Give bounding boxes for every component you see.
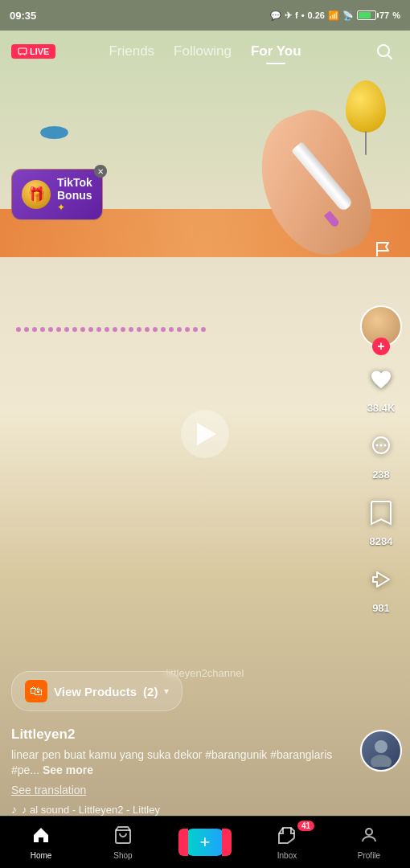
bookmark-count: 8284	[370, 535, 393, 547]
content-description: linear pen buat kamu yang suka dekor #ba…	[11, 747, 346, 779]
balloon-string	[365, 131, 367, 155]
cart-icon: 🛍	[25, 680, 47, 702]
svg-point-10	[371, 755, 392, 767]
svg-point-9	[375, 740, 387, 753]
tab-following[interactable]: Following	[174, 43, 232, 59]
live-badge[interactable]: LIVE	[11, 44, 55, 59]
status-time: 09:35	[10, 10, 36, 22]
second-avatar	[360, 730, 402, 772]
shop-icon	[113, 825, 133, 850]
follow-button[interactable]: +	[372, 338, 390, 355]
profile-icon	[359, 825, 379, 850]
plus-icon: +	[200, 832, 211, 853]
share-action[interactable]: 981	[362, 560, 400, 614]
balloon-drawing	[346, 80, 386, 133]
tab-for-you[interactable]: For You	[251, 43, 301, 59]
create-button[interactable]: +	[185, 829, 225, 856]
comment-count: 238	[372, 469, 390, 481]
bottom-navigation: Home Shop + 41 Inbox	[0, 816, 410, 868]
like-count: 38.4K	[367, 402, 396, 414]
flag-icon	[373, 240, 392, 259]
share-icon	[362, 560, 400, 599]
tv-icon	[18, 47, 27, 56]
battery-icon	[357, 10, 376, 20]
bonus-gift-icon: 🎁	[22, 180, 51, 209]
bird-drawing	[40, 125, 68, 141]
svg-line-4	[388, 55, 392, 59]
status-icons: 💬 ✈ f • 0.26 📶 📡 77 %	[270, 10, 400, 21]
bonus-text-area: TikTok Bonus ✦	[57, 176, 92, 213]
search-button[interactable]	[370, 37, 399, 66]
home-icon	[31, 825, 51, 850]
tiktok-bonus-banner[interactable]: ✕ 🎁 TikTok Bonus ✦	[11, 169, 103, 220]
battery-percent: 77	[379, 10, 389, 20]
svg-point-8	[384, 444, 387, 447]
search-icon	[375, 42, 394, 61]
facebook-icon: f	[295, 10, 298, 20]
status-time-area: 09:35	[10, 10, 36, 22]
profile-label: Profile	[358, 851, 380, 860]
view-products-button[interactable]: 🛍 View Products (2) ▾	[11, 671, 182, 711]
svg-point-6	[376, 444, 379, 447]
battery-unit: %	[392, 10, 400, 20]
bookmark-icon	[362, 493, 400, 532]
nav-inbox[interactable]: 41 Inbox	[263, 825, 311, 860]
nav-home[interactable]: Home	[17, 825, 65, 860]
nav-shop[interactable]: Shop	[99, 825, 147, 860]
play-triangle-icon	[197, 423, 216, 445]
view-products-count: (2)	[143, 685, 158, 698]
comment-action[interactable]: 238	[362, 427, 400, 481]
signal-icon: 📶	[328, 10, 339, 21]
second-avatar-container[interactable]	[360, 730, 402, 772]
svg-point-12	[366, 829, 372, 835]
sound-text: ♪ al sound - Littleyen2 - Littley	[22, 804, 160, 816]
flag-button[interactable]	[367, 233, 399, 265]
bonus-label: TikTok Bonus	[57, 176, 92, 202]
second-avatar-silhouette	[365, 735, 397, 767]
data-icon: 0.26	[308, 10, 325, 20]
telegram-icon: ✈	[285, 10, 292, 21]
nav-create[interactable]: +	[181, 829, 229, 856]
bonus-star: ✦	[57, 202, 92, 213]
inbox-badge: 41	[297, 821, 314, 831]
dot-icon: •	[301, 10, 305, 20]
home-label: Home	[31, 851, 52, 860]
inbox-icon	[277, 825, 297, 850]
comment-icon	[362, 427, 400, 465]
nav-profile[interactable]: Profile	[345, 825, 393, 860]
play-button[interactable]	[181, 410, 229, 458]
like-action[interactable]: 38.4K	[362, 360, 400, 414]
chevron-down-icon: ▾	[164, 686, 169, 697]
svg-rect-0	[18, 48, 27, 54]
heart-icon	[362, 360, 400, 399]
view-products-label: View Products	[54, 685, 137, 698]
inbox-label: Inbox	[277, 851, 297, 860]
see-translation-button[interactable]: See translation	[11, 784, 346, 796]
shop-label: Shop	[113, 851, 132, 860]
video-content-info: Littleyen2 linear pen buat kamu yang suk…	[11, 727, 346, 816]
creator-avatar-container: +	[360, 305, 402, 347]
share-count: 981	[372, 602, 390, 614]
status-bar: 09:35 💬 ✈ f • 0.26 📶 📡 77 %	[0, 0, 410, 31]
music-note-icon: ♪	[11, 803, 17, 816]
nav-tabs: Friends Following For You	[109, 43, 301, 59]
top-navigation: LIVE Friends Following For You	[0, 31, 410, 72]
right-actions-panel: + 38.4K 238 8284	[360, 305, 402, 614]
wifi-icon: 📡	[342, 10, 354, 21]
svg-point-7	[380, 444, 383, 447]
whatsapp-icon: 💬	[270, 10, 281, 21]
bonus-close-button[interactable]: ✕	[94, 165, 107, 178]
bookmark-action[interactable]: 8284	[362, 493, 400, 547]
tab-friends[interactable]: Friends	[109, 43, 154, 59]
see-more-button[interactable]: See more	[43, 764, 93, 776]
dotted-line	[0, 321, 410, 338]
sound-info[interactable]: ♪ ♪ al sound - Littleyen2 - Littley	[11, 803, 346, 816]
content-username[interactable]: Littleyen2	[11, 727, 346, 743]
